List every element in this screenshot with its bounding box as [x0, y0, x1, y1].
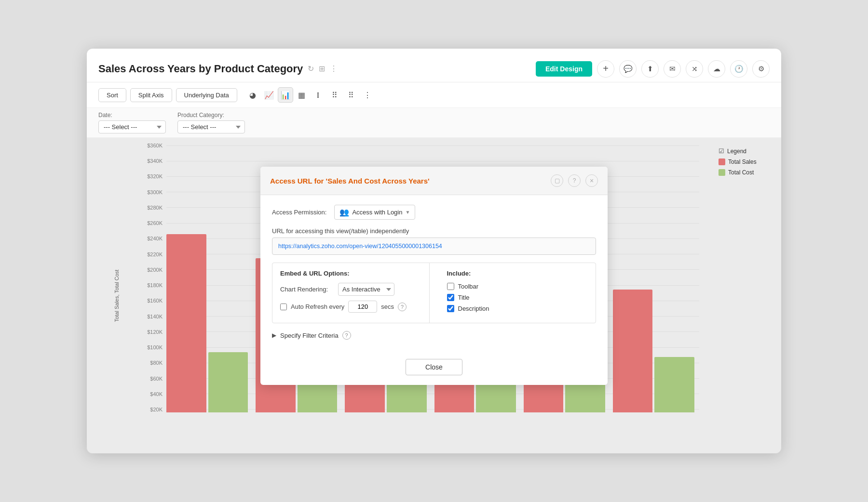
- bar-chart-icon[interactable]: 📊: [278, 87, 293, 103]
- chart-rendering-label: Chart Rendering:: [280, 286, 333, 293]
- auto-refresh-help-icon[interactable]: ?: [398, 303, 407, 311]
- chart-type-icons: ◕ 📈 📊 ▦ ⫿ ⠿ ⠿ ⋮: [245, 87, 375, 103]
- filter-criteria-help-icon[interactable]: ?: [342, 331, 351, 340]
- access-permission-chevron: ▼: [405, 210, 410, 215]
- product-filter-select[interactable]: --- Select ---: [177, 120, 245, 133]
- modal-header-icons: ▢ ? ×: [551, 174, 598, 187]
- share-icon[interactable]: ⤨: [686, 60, 703, 78]
- toolbar-row: Sort Split Axis Underlying Data ◕ 📈 📊 ▦ …: [87, 82, 781, 108]
- embed-section: Embed & URL Options: Chart Rendering: As…: [272, 263, 596, 323]
- include-title: Include:: [447, 270, 588, 277]
- scatter-icon[interactable]: ⠿: [327, 87, 342, 103]
- pie-chart-icon[interactable]: ◕: [245, 87, 260, 103]
- stacked-bar-icon[interactable]: ▦: [294, 87, 310, 103]
- modal-footer: Close: [260, 359, 608, 385]
- access-permission-icon: 👥: [339, 208, 349, 217]
- description-include-item: Description: [447, 305, 588, 312]
- chart-more-icon[interactable]: ⋮: [360, 87, 375, 103]
- page-title: Sales Across Years by Product Category: [98, 63, 303, 75]
- filter-criteria-label: Specify Filter Criteria: [280, 332, 339, 339]
- toolbar-include-label: Toolbar: [458, 283, 479, 290]
- email-icon[interactable]: ✉: [664, 60, 681, 78]
- underlying-data-button[interactable]: Underlying Data: [176, 88, 237, 102]
- split-axis-button[interactable]: Split Axis: [130, 88, 172, 102]
- access-url-modal: Access URL for 'Sales And Cost Across Ye…: [260, 167, 608, 385]
- embed-left: Embed & URL Options: Chart Rendering: As…: [272, 263, 430, 323]
- top-bar: Sales Across Years by Product Category ↻…: [87, 49, 781, 82]
- access-permission-value: Access with Login: [352, 209, 402, 216]
- top-actions: Edit Design + 💬 ⬆ ✉ ⤨ ☁ 🕐 ⚙: [536, 60, 770, 78]
- filter-row: Date: --- Select --- Product Category: -…: [87, 108, 781, 138]
- date-filter-group: Date: --- Select ---: [98, 112, 166, 133]
- product-filter-label: Product Category:: [177, 112, 245, 119]
- modal-overlay: Access URL for 'Sales And Cost Across Ye…: [87, 138, 781, 453]
- toolbar-include-item: Toolbar: [447, 283, 588, 290]
- auto-refresh-checkbox[interactable]: [280, 304, 287, 310]
- upload-icon[interactable]: ⬆: [641, 60, 659, 78]
- combo-chart-icon[interactable]: ⫿: [311, 87, 326, 103]
- url-section-label: URL for accessing this view(/table) inde…: [272, 227, 596, 235]
- title-include-item: Title: [447, 294, 588, 301]
- filter-criteria-row[interactable]: ▶ Specify Filter Criteria ?: [272, 331, 596, 340]
- more-charts-icon[interactable]: ⠿: [343, 87, 359, 103]
- close-modal-icon[interactable]: ×: [585, 174, 598, 187]
- title-icons: ↻ ⊞ ⋮: [308, 64, 338, 73]
- title-checkbox[interactable]: [447, 294, 454, 301]
- grid-icon[interactable]: ⊞: [319, 64, 325, 73]
- embed-right: Include: Toolbar Title Des: [439, 263, 596, 323]
- edit-design-button[interactable]: Edit Design: [536, 61, 592, 77]
- secs-input[interactable]: [348, 301, 377, 313]
- comment-icon[interactable]: 💬: [619, 60, 637, 78]
- date-filter-label: Date:: [98, 112, 166, 119]
- minimize-icon[interactable]: ▢: [551, 174, 563, 187]
- line-chart-icon[interactable]: 📈: [261, 87, 277, 103]
- description-include-label: Description: [458, 305, 489, 312]
- chart-rendering-row: Chart Rendering: As Interactive: [280, 283, 421, 296]
- help-modal-icon[interactable]: ?: [568, 174, 581, 187]
- modal-header: Access URL for 'Sales And Cost Across Ye…: [260, 167, 608, 195]
- add-button[interactable]: +: [597, 60, 614, 78]
- date-filter-select[interactable]: --- Select ---: [98, 120, 166, 133]
- description-checkbox[interactable]: [447, 305, 454, 312]
- clock-icon[interactable]: 🕐: [730, 60, 747, 78]
- cloud-icon[interactable]: ☁: [708, 60, 725, 78]
- access-permission-label: Access Permission:: [272, 209, 326, 216]
- sort-button[interactable]: Sort: [98, 88, 126, 102]
- title-area: Sales Across Years by Product Category ↻…: [98, 63, 338, 75]
- toolbar-checkbox[interactable]: [447, 283, 454, 290]
- chart-rendering-select[interactable]: As Interactive: [338, 283, 394, 296]
- auto-refresh-label: Auto Refresh every: [291, 303, 344, 310]
- url-input[interactable]: [272, 238, 596, 255]
- refresh-icon[interactable]: ↻: [308, 64, 314, 73]
- title-include-label: Title: [458, 294, 470, 301]
- modal-title: Access URL for 'Sales And Cost Across Ye…: [270, 177, 430, 185]
- more-options-icon[interactable]: ⋮: [330, 64, 338, 73]
- modal-body: Access Permission: 👥 Access with Login ▼…: [260, 195, 608, 359]
- settings-icon[interactable]: ⚙: [752, 60, 770, 78]
- product-filter-group: Product Category: --- Select ---: [177, 112, 245, 133]
- auto-refresh-row: Auto Refresh every secs ?: [280, 301, 421, 313]
- access-permission-select[interactable]: 👥 Access with Login ▼: [334, 205, 415, 220]
- filter-criteria-chevron: ▶: [272, 332, 276, 339]
- app-window: Sales Across Years by Product Category ↻…: [87, 49, 781, 453]
- secs-label: secs: [381, 303, 394, 310]
- access-permission-row: Access Permission: 👥 Access with Login ▼: [272, 205, 596, 220]
- main-content: Total Sales, Total Cost $360K $340K $320…: [87, 138, 781, 453]
- close-button[interactable]: Close: [406, 359, 462, 375]
- embed-options-title: Embed & URL Options:: [280, 270, 421, 277]
